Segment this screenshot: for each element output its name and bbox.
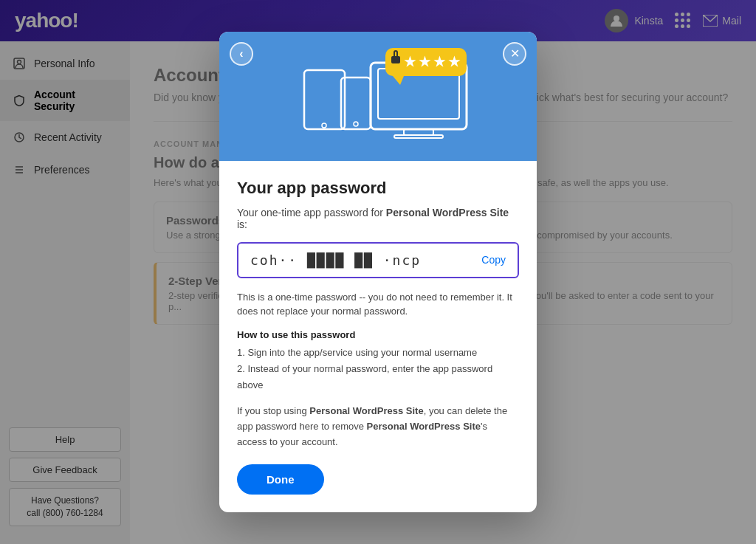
- copy-button[interactable]: Copy: [481, 254, 506, 266]
- how-to-title: How to use this password: [237, 329, 519, 340]
- modal-back-button[interactable]: ‹: [230, 42, 253, 66]
- modal-overlay: ‹ ✕ ★★★★: [0, 0, 756, 544]
- modal-steps: 1. Sign into the app/service using your …: [237, 345, 519, 393]
- modal-subtitle: Your one-time app password for Personal …: [237, 207, 519, 230]
- subtitle-prefix: Your one-time app password for: [237, 207, 386, 218]
- modal-close-button[interactable]: ✕: [503, 42, 526, 66]
- app-name-label: Personal WordPress Site: [386, 207, 509, 218]
- svg-point-15: [322, 123, 326, 128]
- devices-illustration: ★★★★: [275, 41, 481, 151]
- step2: 2. Instead of your normal password, ente…: [237, 361, 519, 393]
- svg-point-13: [354, 122, 358, 126]
- svg-text:★★★★: ★★★★: [404, 55, 463, 69]
- subtitle-suffix: is:: [237, 218, 247, 230]
- svg-marker-17: [393, 76, 404, 85]
- done-button[interactable]: Done: [237, 464, 324, 495]
- footer-app-name1: Personal WordPress Site: [309, 405, 423, 416]
- password-display-box: coh·· ████ ██ ·ncp Copy: [237, 242, 519, 278]
- modal-title: Your app password: [237, 179, 519, 198]
- svg-rect-14: [304, 70, 345, 129]
- modal-body: Your app password Your one-time app pass…: [219, 161, 537, 513]
- svg-rect-9: [378, 69, 459, 119]
- modal-header: ‹ ✕ ★★★★: [219, 32, 537, 161]
- svg-rect-11: [394, 135, 443, 138]
- footer-note-prefix: If you stop using: [237, 405, 309, 416]
- modal-note: This is a one-time password -- you do no…: [237, 290, 519, 319]
- modal-footer-note: If you stop using Personal WordPress Sit…: [237, 404, 519, 450]
- password-value: coh·· ████ ██ ·ncp: [250, 252, 421, 268]
- svg-rect-18: [391, 56, 400, 63]
- step1: 1. Sign into the app/service using your …: [237, 345, 519, 361]
- footer-app-name2: Personal WordPress Site: [367, 421, 481, 432]
- app-password-modal: ‹ ✕ ★★★★: [219, 32, 537, 513]
